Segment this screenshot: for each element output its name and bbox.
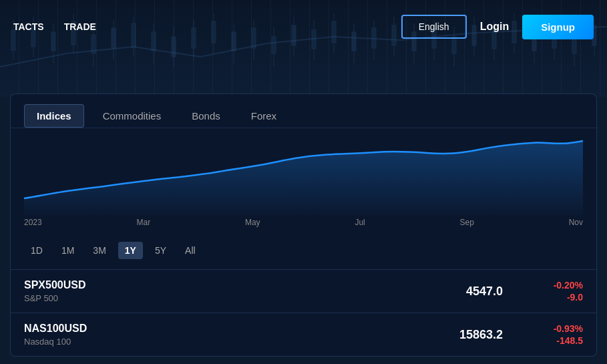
- time-btn-1d[interactable]: 1D: [24, 242, 49, 259]
- time-btn-1y[interactable]: 1Y: [118, 242, 143, 259]
- signup-button[interactable]: Signup: [522, 15, 594, 39]
- instrument-change-val-nas: -148.5: [530, 335, 583, 346]
- instrument-info-spx: SPX500USD S&P 500: [24, 279, 158, 303]
- instrument-change-spx: -0.20% -9.0: [530, 280, 583, 303]
- nav-links: TACTS TRADE: [13, 21, 96, 32]
- instrument-price-spx: 4547.0: [158, 285, 530, 299]
- nav-trade[interactable]: TRADE: [64, 21, 96, 32]
- instrument-row-spx: SPX500USD S&P 500 4547.0 -0.20% -9.0: [11, 269, 596, 313]
- time-btn-3m[interactable]: 3M: [86, 242, 112, 259]
- instrument-change-nas: -0.93% -148.5: [530, 323, 583, 346]
- login-button[interactable]: Login: [480, 21, 510, 33]
- tab-commodities[interactable]: Commodities: [91, 105, 174, 127]
- instrument-name-spx: SPX500USD: [24, 279, 158, 291]
- chart-x-labels: 2023 Mar May Jul Sep Nov: [24, 218, 583, 227]
- header-right: English Login Signup: [401, 15, 594, 39]
- chart-label-mar: Mar: [136, 218, 150, 227]
- chart-label-nov: Nov: [569, 218, 583, 227]
- tab-bonds[interactable]: Bonds: [180, 105, 232, 127]
- instrument-change-pct-spx: -0.20%: [530, 280, 583, 291]
- time-btn-5y[interactable]: 5Y: [148, 242, 173, 259]
- instrument-price-nas: 15863.2: [158, 328, 530, 342]
- tab-forex[interactable]: Forex: [239, 105, 288, 127]
- instrument-subtitle-spx: S&P 500: [24, 293, 158, 303]
- time-btn-1m[interactable]: 1M: [55, 242, 81, 259]
- instrument-change-val-spx: -9.0: [530, 292, 583, 303]
- line-chart: [24, 135, 583, 215]
- instrument-row-nas: NAS100USD Nasdaq 100 15863.2 -0.93% -148…: [11, 313, 596, 356]
- time-btn-all[interactable]: All: [178, 242, 202, 259]
- instrument-name-nas: NAS100USD: [24, 323, 158, 335]
- tabs-container: Indices Commodities Bonds Forex: [11, 94, 596, 128]
- chart-label-jul: Jul: [355, 218, 365, 227]
- chart-label-2023: 2023: [24, 218, 42, 227]
- chart-area: 2023 Mar May Jul Sep Nov: [11, 128, 596, 235]
- language-button[interactable]: English: [401, 15, 467, 39]
- instrument-change-pct-nas: -0.93%: [530, 323, 583, 334]
- main-card: Indices Commodities Bonds Forex 2023 Mar…: [10, 94, 597, 357]
- header: TACTS TRADE English Login Signup: [0, 0, 607, 53]
- nav-tacts[interactable]: TACTS: [13, 21, 44, 32]
- chart-label-sep: Sep: [460, 218, 474, 227]
- chart-label-may: May: [245, 218, 260, 227]
- time-range-container: 1D 1M 3M 1Y 5Y All: [11, 235, 596, 269]
- instrument-subtitle-nas: Nasdaq 100: [24, 337, 158, 347]
- instrument-info-nas: NAS100USD Nasdaq 100: [24, 323, 158, 347]
- tab-indices[interactable]: Indices: [24, 104, 84, 128]
